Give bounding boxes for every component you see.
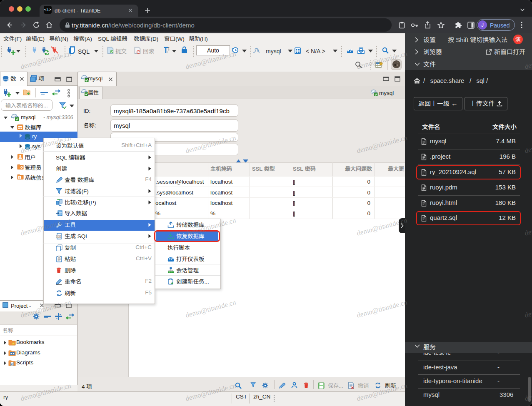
svg-text:SQL: SQL [57, 236, 61, 238]
